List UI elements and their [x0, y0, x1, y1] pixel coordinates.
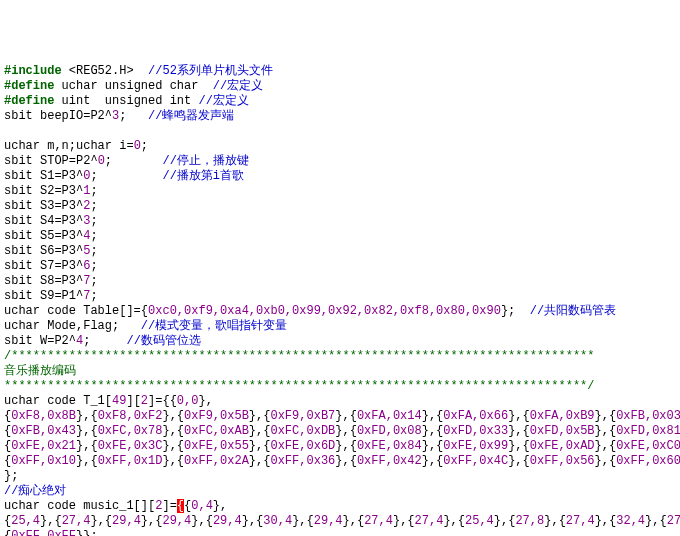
code-token: ;: [141, 139, 148, 153]
code-token: uint unsigned int: [54, 94, 198, 108]
code-token: uchar code T_1[: [4, 394, 112, 408]
code-line: /***************************************…: [4, 349, 676, 364]
code-token: },{: [422, 454, 444, 468]
code-token: }};: [76, 529, 98, 536]
code-token: //蜂鸣器发声端: [148, 109, 234, 123]
code-token: //宏定义: [213, 79, 263, 93]
code-token: sbit STOP=P2^: [4, 154, 98, 168]
code-token: 0xFD,0x08: [357, 424, 422, 438]
code-token: },{: [443, 514, 465, 528]
code-line: sbit S9=P1^7;: [4, 289, 676, 304]
code-token: sbit S6=P3^: [4, 244, 83, 258]
code-token: },{: [393, 514, 415, 528]
code-token: 0xF9,0x5B: [184, 409, 249, 423]
code-token: },{: [76, 409, 98, 423]
code-token: sbit beepIO=P2^: [4, 109, 112, 123]
code-token: sbit S2=P3^: [4, 184, 83, 198]
code-token: //宏定义: [198, 94, 248, 108]
code-listing: #include <REG52.H> //52系列单片机头文件#define u…: [4, 64, 676, 536]
code-line: sbit S3=P3^2;: [4, 199, 676, 214]
code-token: },{: [508, 424, 530, 438]
code-token: },{: [335, 409, 357, 423]
code-token: ;: [90, 169, 162, 183]
code-token: },: [198, 394, 212, 408]
code-token: //52系列单片机头文件: [148, 64, 273, 78]
code-token: 27,4: [62, 514, 91, 528]
code-token: 0xFD,0x33: [443, 424, 508, 438]
code-line: };: [4, 469, 676, 484]
code-line: uchar code T_1[49][2]={{0,0},: [4, 394, 676, 409]
code-token: 0xF8,0x8B: [11, 409, 76, 423]
code-token: //痴心绝对: [4, 484, 66, 498]
code-token: 0xFB,0x03: [616, 409, 680, 423]
code-token: 音乐播放编码: [4, 364, 76, 378]
code-token: ][: [126, 394, 140, 408]
code-token: 0xFF,0x10: [11, 454, 76, 468]
code-token: sbit W=P2^: [4, 334, 76, 348]
code-line: sbit S2=P3^1;: [4, 184, 676, 199]
code-token: 0xFA,0x66: [443, 409, 508, 423]
code-token: 0xFF,0xFF: [11, 529, 76, 536]
code-token: 0xFE,0x21: [11, 439, 76, 453]
code-token: ]=: [162, 499, 176, 513]
code-token: 0: [98, 154, 105, 168]
code-token: ;: [83, 334, 126, 348]
code-token: 0xF9,0xB7: [270, 409, 335, 423]
code-token: 27,4: [566, 514, 595, 528]
code-token: },{: [162, 424, 184, 438]
code-token: 25,4: [11, 514, 40, 528]
code-token: 0xFE,0x6D: [270, 439, 335, 453]
code-token: },{: [76, 424, 98, 438]
code-token: },{: [162, 439, 184, 453]
code-token: uchar unsigned char: [54, 79, 212, 93]
code-token: ;: [90, 214, 97, 228]
code-line: sbit S6=P3^5;: [4, 244, 676, 259]
code-token: 0xFF,0x56: [530, 454, 595, 468]
code-token: sbit S5=P3^: [4, 229, 83, 243]
code-token: sbit S8=P3^: [4, 274, 83, 288]
code-token: 29,4: [112, 514, 141, 528]
code-token: 2: [141, 394, 148, 408]
code-token: };: [4, 469, 18, 483]
code-token: 0xFC,0xDB: [270, 424, 335, 438]
code-token: },{: [242, 514, 264, 528]
code-token: 0xFF,0x60: [616, 454, 680, 468]
code-token: },{: [422, 409, 444, 423]
code-token: },{: [249, 454, 271, 468]
code-token: 0xc0,0xf9,0xa4,0xb0,0x99,0x92,0x82,0xf8,…: [148, 304, 501, 318]
code-token: 27,4: [364, 514, 393, 528]
code-token: uchar Mode,Flag;: [4, 319, 141, 333]
code-token: 27,8: [667, 514, 680, 528]
code-token: //共阳数码管表: [530, 304, 616, 318]
code-token: {: [177, 499, 184, 513]
code-line: {0xFF,0x10},{0xFF,0x1D},{0xFF,0x2A},{0xF…: [4, 454, 676, 469]
code-token: 25,4: [465, 514, 494, 528]
code-line: #include <REG52.H> //52系列单片机头文件: [4, 64, 676, 79]
code-token: },: [213, 499, 227, 513]
code-token: /***************************************…: [4, 349, 595, 363]
code-token: },{: [335, 454, 357, 468]
code-token: },{: [162, 454, 184, 468]
code-token: 0xF8,0xF2: [98, 409, 163, 423]
code-token: ]={{: [148, 394, 177, 408]
code-token: },{: [508, 454, 530, 468]
code-token: },{: [595, 454, 617, 468]
code-token: sbit S4=P3^: [4, 214, 83, 228]
code-token: ;: [90, 289, 97, 303]
code-token: sbit S7=P3^: [4, 259, 83, 273]
code-token: 0xFE,0x3C: [98, 439, 163, 453]
code-line: uchar code music_1[][2]={{0,4},: [4, 499, 676, 514]
code-token: //停止，播放键: [162, 154, 248, 168]
code-token: },{: [191, 514, 213, 528]
code-token: //播放第i首歌: [162, 169, 244, 183]
code-token: },{: [292, 514, 314, 528]
code-token: },{: [162, 409, 184, 423]
code-token: 0xFF,0x4C: [443, 454, 508, 468]
code-token: 0xFD,0x5B: [530, 424, 595, 438]
code-token: 0xFC,0x78: [98, 424, 163, 438]
code-token: 0xFE,0x55: [184, 439, 249, 453]
code-token: ;: [119, 109, 148, 123]
code-token: },{: [141, 514, 163, 528]
code-token: <REG52.H>: [62, 64, 148, 78]
code-token: 0xFC,0xAB: [184, 424, 249, 438]
